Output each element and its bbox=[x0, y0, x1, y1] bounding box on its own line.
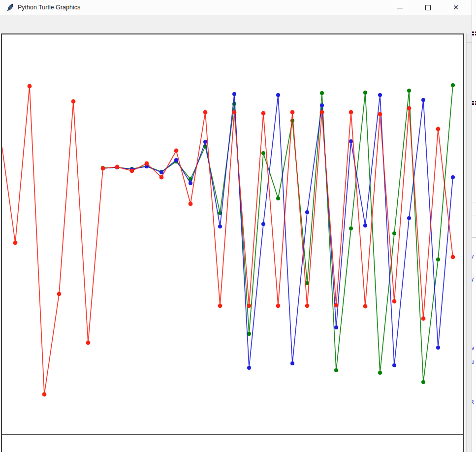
red-marker bbox=[276, 304, 281, 308]
red-marker bbox=[363, 304, 368, 309]
window-controls: — ✕ bbox=[383, 0, 467, 15]
green-marker bbox=[276, 196, 280, 200]
clipped-icon bbox=[472, 101, 476, 105]
background-separator-line bbox=[472, 237, 476, 238]
minimize-button[interactable]: — bbox=[388, 0, 411, 15]
red-marker bbox=[101, 166, 105, 171]
red-marker bbox=[71, 99, 76, 104]
blue-marker bbox=[451, 175, 455, 179]
window-frame bbox=[0, 15, 476, 452]
red-marker bbox=[334, 303, 339, 308]
maximize-icon bbox=[425, 5, 431, 10]
blue-marker bbox=[334, 325, 338, 329]
red-marker bbox=[261, 111, 266, 116]
blue-marker bbox=[392, 363, 396, 367]
red-marker bbox=[42, 392, 47, 397]
red-marker bbox=[189, 202, 193, 206]
blue-marker bbox=[320, 103, 324, 107]
blue-marker bbox=[203, 140, 207, 144]
blue-marker bbox=[174, 158, 178, 162]
blue-marker bbox=[189, 181, 192, 185]
blue-marker bbox=[159, 170, 163, 174]
red-marker bbox=[86, 341, 91, 345]
red-marker bbox=[392, 299, 397, 304]
green-marker bbox=[320, 91, 324, 95]
clipped-icon bbox=[472, 32, 476, 36]
green-marker bbox=[392, 231, 396, 235]
red-line bbox=[2, 86, 453, 394]
blue-marker bbox=[232, 92, 236, 96]
red-marker bbox=[218, 304, 222, 308]
red-marker bbox=[436, 127, 441, 131]
titlebar: Python Turtle Graphics — ✕ bbox=[0, 0, 476, 15]
red-marker bbox=[203, 110, 208, 115]
red-marker bbox=[247, 304, 252, 308]
vertical-scrollbar[interactable] bbox=[466, 33, 472, 452]
green-marker bbox=[451, 83, 455, 87]
background-separator-line bbox=[472, 202, 476, 202]
blue-marker bbox=[349, 139, 353, 143]
clipped-code-text: R bbox=[472, 399, 476, 405]
turtle-chart-svg bbox=[2, 34, 463, 452]
clipped-code-text: y bbox=[472, 276, 476, 282]
blue-marker bbox=[407, 216, 411, 220]
red-marker bbox=[13, 241, 18, 245]
blue-marker bbox=[290, 361, 294, 365]
clipped-code-text: u bbox=[472, 358, 476, 365]
red-marker bbox=[57, 292, 62, 296]
green-marker bbox=[421, 380, 425, 384]
blue-marker bbox=[378, 93, 382, 97]
green-marker bbox=[334, 368, 338, 372]
red-marker bbox=[349, 110, 353, 115]
clipped-code-text: w bbox=[472, 345, 476, 351]
blue-marker bbox=[363, 224, 367, 227]
close-button[interactable]: ✕ bbox=[444, 0, 467, 15]
blue-marker bbox=[276, 93, 280, 97]
maximize-button[interactable] bbox=[416, 0, 439, 15]
red-marker bbox=[378, 112, 382, 117]
scrollbar-divider bbox=[467, 42, 472, 43]
red-marker bbox=[115, 165, 120, 169]
blue-marker bbox=[218, 225, 222, 228]
background-window-sliver[interactable]: vywuR bbox=[472, 15, 476, 452]
green-series bbox=[101, 83, 455, 384]
red-marker bbox=[305, 304, 310, 308]
clipped-code-text: v bbox=[472, 253, 476, 259]
red-marker bbox=[28, 84, 32, 89]
red-marker bbox=[232, 110, 237, 115]
red-marker bbox=[451, 255, 455, 259]
blue-series bbox=[101, 92, 455, 370]
red-series bbox=[2, 84, 455, 397]
blue-marker bbox=[261, 222, 265, 226]
red-marker bbox=[159, 175, 164, 180]
blue-marker bbox=[436, 346, 440, 350]
green-marker bbox=[436, 258, 440, 261]
tk-feather-icon bbox=[6, 3, 14, 12]
red-marker bbox=[421, 317, 426, 321]
red-marker bbox=[174, 149, 179, 153]
background-separator-line bbox=[472, 216, 476, 216]
blue-marker bbox=[247, 366, 251, 370]
red-marker bbox=[145, 161, 149, 166]
green-marker bbox=[261, 151, 265, 155]
red-marker bbox=[407, 106, 412, 111]
red-marker bbox=[130, 169, 134, 173]
red-marker bbox=[290, 110, 295, 115]
blue-line bbox=[103, 94, 453, 368]
green-line bbox=[103, 85, 453, 382]
blue-marker bbox=[305, 210, 309, 214]
green-marker bbox=[290, 119, 294, 123]
turtle-canvas[interactable] bbox=[1, 33, 464, 452]
red-marker bbox=[320, 110, 324, 115]
window-title: Python Turtle Graphics bbox=[18, 0, 80, 15]
green-marker bbox=[349, 226, 353, 230]
green-marker bbox=[378, 371, 382, 375]
green-marker bbox=[407, 89, 411, 93]
green-marker bbox=[363, 91, 367, 95]
blue-marker bbox=[421, 98, 425, 102]
